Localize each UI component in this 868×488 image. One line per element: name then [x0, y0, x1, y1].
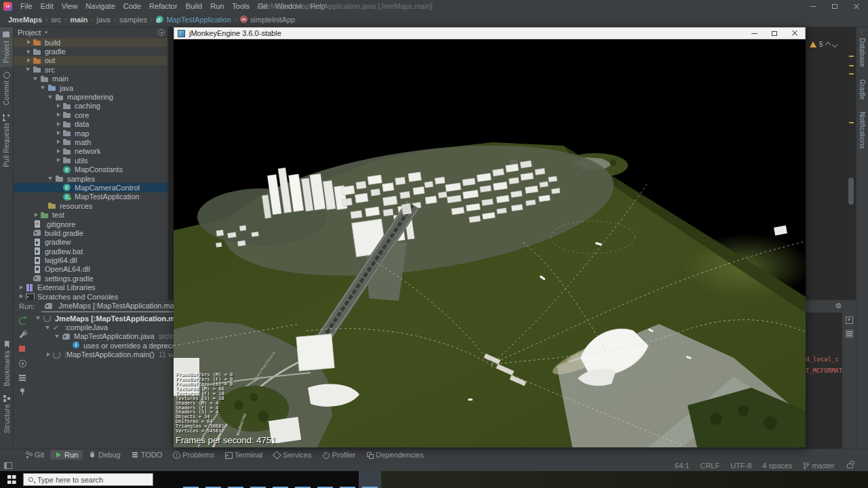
tree-row[interactable]: gradlew.bat — [14, 247, 167, 256]
tool-window-button[interactable]: Gradle — [859, 79, 866, 100]
tree-row[interactable]: build — [14, 38, 167, 47]
tool-window-button[interactable]: Debug — [84, 450, 125, 460]
tree-chevron-icon[interactable] — [55, 193, 62, 201]
tool-window-button[interactable]: Git — [20, 450, 49, 460]
menu-item[interactable]: Run — [206, 1, 228, 12]
tree-chevron-icon[interactable] — [47, 175, 55, 182]
tree-row[interactable]: core — [14, 110, 167, 119]
tool-window-button[interactable]: Project — [0, 27, 13, 67]
soft-wrap-toggle-icon[interactable] — [845, 329, 854, 338]
tree-row[interactable]: map — [14, 129, 167, 138]
tree-chevron-icon[interactable] — [25, 57, 33, 64]
tree-chevron-icon[interactable] — [33, 211, 40, 219]
tree-chevron-icon[interactable] — [25, 274, 33, 282]
tree-row[interactable]: External Libraries — [14, 283, 167, 292]
scrollbar-warning-mark[interactable] — [849, 56, 854, 57]
taskbar-app-button[interactable] — [336, 471, 359, 488]
scroll-to-end-icon[interactable] — [846, 317, 853, 324]
breadcrumb-item[interactable]: JmeMaps — [8, 16, 51, 24]
tool-window-button[interactable]: Terminal — [220, 450, 268, 460]
unlocked-icon[interactable] — [847, 464, 853, 468]
ide-maximize-button[interactable] — [825, 0, 845, 12]
tree-row[interactable]: gradlew — [14, 238, 167, 247]
inspections-widget[interactable]: 5 — [810, 41, 837, 48]
breadcrumb-item[interactable]: java — [97, 16, 120, 24]
indent-setting[interactable]: 4 spaces — [762, 462, 792, 470]
tool-window-button[interactable]: Database — [859, 38, 866, 67]
menu-item[interactable]: Navigate — [81, 1, 119, 12]
tree-row[interactable]: OpenAL64.dll — [14, 265, 167, 274]
tree-row[interactable]: network — [14, 147, 167, 156]
tree-chevron-icon[interactable] — [25, 39, 33, 46]
tree-row[interactable]: maprendering — [14, 92, 167, 101]
tree-chevron-icon[interactable] — [40, 84, 47, 92]
tree-row[interactable]: MapCameraControl — [14, 183, 167, 192]
stop-process-icon[interactable] — [18, 345, 26, 353]
tool-window-button[interactable]: Profiler — [317, 450, 360, 460]
tree-chevron-icon[interactable] — [25, 66, 33, 73]
caret-position[interactable]: 64:1 — [675, 462, 689, 470]
jme-close-button[interactable] — [785, 28, 805, 39]
run-row-chevron-icon[interactable] — [45, 351, 52, 359]
tree-row[interactable]: src — [14, 65, 167, 74]
ide-close-button[interactable] — [846, 0, 867, 12]
soft-wrap-icon[interactable] — [18, 373, 26, 382]
tree-chevron-icon[interactable] — [55, 129, 62, 137]
jme-3d-viewport[interactable]: Hickson Rd Bradfield Hwy Dawes Point Res… — [174, 39, 806, 447]
tree-row[interactable]: math — [14, 138, 167, 146]
ide-minimize-button[interactable] — [803, 0, 823, 12]
scrollbar-warning-mark[interactable] — [849, 122, 854, 123]
taskbar-app-button[interactable] — [269, 471, 292, 488]
tool-window-button[interactable]: Run — [50, 450, 83, 460]
menu-item[interactable]: Build — [182, 1, 206, 12]
prev-warning-icon[interactable] — [825, 41, 830, 47]
jme-maximize-button[interactable] — [764, 28, 785, 39]
taskbar-app-button[interactable] — [202, 471, 224, 488]
taskbar-app-button[interactable] — [180, 471, 202, 488]
run-row-chevron-icon[interactable] — [64, 342, 71, 349]
tree-row[interactable]: main — [14, 75, 167, 83]
tree-chevron-icon[interactable] — [55, 102, 62, 110]
tree-chevron-icon[interactable] — [33, 75, 40, 83]
tree-row[interactable]: MapTestApplication — [14, 192, 167, 201]
tree-row[interactable]: lwjgl64.dll — [14, 256, 167, 264]
tree-chevron-icon[interactable] — [25, 220, 33, 228]
tree-chevron-icon[interactable] — [55, 157, 62, 164]
tree-row[interactable]: java — [14, 83, 167, 92]
menu-item[interactable]: Code — [119, 1, 145, 12]
tree-row[interactable]: utils — [14, 156, 167, 165]
taskbar-app-button[interactable] — [292, 471, 314, 488]
rerun-icon[interactable] — [18, 317, 26, 325]
taskbar-app-button[interactable] — [359, 471, 381, 488]
menu-item[interactable]: Refactor — [145, 1, 182, 12]
git-branch-widget[interactable]: master — [803, 462, 835, 470]
tree-chevron-icon[interactable] — [47, 94, 55, 101]
tool-window-button[interactable]: Structure — [0, 390, 14, 437]
menu-item[interactable]: View — [58, 1, 82, 12]
tree-chevron-icon[interactable] — [25, 239, 33, 246]
tree-row[interactable]: build.gradle — [14, 228, 167, 237]
tree-chevron-icon[interactable] — [18, 284, 25, 291]
tool-window-button[interactable]: Pull Requests — [0, 109, 13, 171]
tree-chevron-icon[interactable] — [25, 48, 33, 56]
project-panel-header[interactable]: Project — [14, 27, 167, 37]
tree-chevron-icon[interactable] — [55, 138, 62, 146]
taskbar-search-input[interactable]: Type here to search — [23, 473, 153, 486]
pin-tab-icon[interactable] — [18, 388, 26, 396]
tree-chevron-icon[interactable] — [25, 247, 33, 255]
locate-file-icon[interactable] — [158, 29, 165, 36]
run-row-chevron-icon[interactable] — [45, 324, 52, 331]
tree-chevron-icon[interactable] — [25, 266, 33, 273]
tree-row[interactable]: MapConstants — [14, 165, 167, 174]
console-settings-icon[interactable]: ⚙ — [835, 302, 842, 310]
editor-scrollbar[interactable] — [848, 178, 854, 205]
scrollbar-warning-mark[interactable] — [849, 65, 854, 66]
tool-window-button[interactable]: Bookmarks — [0, 337, 14, 390]
jme-title-bar[interactable]: jMonkeyEngine 3.6.0-stable — [174, 27, 806, 39]
tree-row[interactable]: resources — [14, 201, 167, 210]
menu-item[interactable]: Edit — [37, 1, 58, 12]
run-row-chevron-icon[interactable] — [54, 333, 62, 340]
menu-item[interactable]: Tools — [228, 1, 254, 12]
tree-row[interactable]: data — [14, 120, 167, 129]
tool-window-button[interactable]: Notifications — [859, 112, 866, 148]
